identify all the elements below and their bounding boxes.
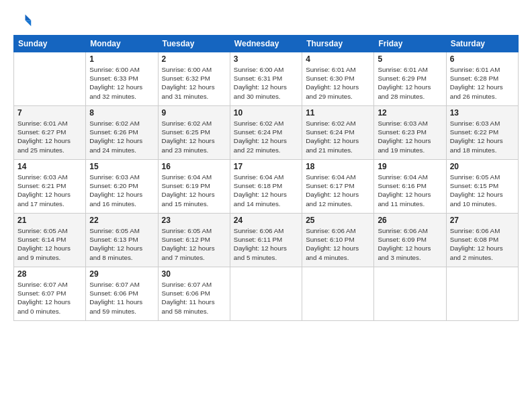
weekday-header-monday: Monday — [86, 36, 158, 52]
cell-info: Sunrise: 6:05 AM Sunset: 6:14 PM Dayligh… — [17, 226, 82, 262]
cell-day-number: 10 — [234, 108, 298, 118]
weekday-header-saturday: Saturday — [446, 36, 518, 52]
calendar-cell — [14, 52, 86, 106]
cell-info: Sunrise: 6:06 AM Sunset: 6:08 PM Dayligh… — [450, 226, 515, 262]
calendar-cell: 5Sunrise: 6:01 AM Sunset: 6:29 PM Daylig… — [374, 52, 446, 106]
week-row-4: 28Sunrise: 6:07 AM Sunset: 6:07 PM Dayli… — [14, 267, 519, 321]
week-row-3: 21Sunrise: 6:05 AM Sunset: 6:14 PM Dayli… — [14, 214, 519, 267]
weekday-header-friday: Friday — [374, 36, 446, 52]
calendar-cell: 9Sunrise: 6:02 AM Sunset: 6:25 PM Daylig… — [158, 106, 230, 160]
calendar-cell: 18Sunrise: 6:04 AM Sunset: 6:17 PM Dayli… — [302, 160, 374, 214]
cell-day-number: 5 — [378, 54, 442, 64]
cell-info: Sunrise: 6:06 AM Sunset: 6:10 PM Dayligh… — [306, 226, 370, 262]
cell-day-number: 29 — [89, 269, 154, 279]
cell-day-number: 27 — [450, 216, 515, 225]
svg-marker-1 — [26, 20, 32, 26]
cell-info: Sunrise: 6:06 AM Sunset: 6:11 PM Dayligh… — [234, 226, 298, 262]
cell-day-number: 23 — [162, 216, 226, 225]
logo-area — [13, 12, 35, 31]
cell-day-number: 12 — [378, 108, 442, 118]
calendar-cell: 29Sunrise: 6:07 AM Sunset: 6:06 PM Dayli… — [86, 267, 158, 321]
cell-day-number: 2 — [162, 54, 226, 64]
calendar-cell: 16Sunrise: 6:04 AM Sunset: 6:19 PM Dayli… — [158, 160, 230, 214]
calendar-cell: 20Sunrise: 6:05 AM Sunset: 6:15 PM Dayli… — [446, 160, 518, 214]
weekday-header-thursday: Thursday — [302, 36, 374, 52]
calendar-cell: 8Sunrise: 6:02 AM Sunset: 6:26 PM Daylig… — [86, 106, 158, 160]
cell-info: Sunrise: 6:05 AM Sunset: 6:12 PM Dayligh… — [162, 226, 226, 262]
cell-info: Sunrise: 6:04 AM Sunset: 6:16 PM Dayligh… — [378, 173, 442, 208]
week-row-1: 7Sunrise: 6:01 AM Sunset: 6:27 PM Daylig… — [14, 106, 519, 160]
cell-day-number: 25 — [306, 216, 370, 225]
calendar-cell: 4Sunrise: 6:01 AM Sunset: 6:30 PM Daylig… — [302, 52, 374, 106]
cell-info: Sunrise: 6:03 AM Sunset: 6:23 PM Dayligh… — [378, 119, 442, 154]
weekday-header-row: SundayMondayTuesdayWednesdayThursdayFrid… — [14, 36, 519, 52]
cell-info: Sunrise: 6:06 AM Sunset: 6:09 PM Dayligh… — [378, 226, 442, 262]
cell-day-number: 17 — [234, 162, 298, 171]
calendar-cell: 3Sunrise: 6:00 AM Sunset: 6:31 PM Daylig… — [230, 52, 302, 106]
weekday-header-wednesday: Wednesday — [230, 36, 302, 52]
calendar-cell: 14Sunrise: 6:03 AM Sunset: 6:21 PM Dayli… — [14, 160, 86, 214]
cell-day-number: 16 — [162, 162, 226, 171]
page: SundayMondayTuesdayWednesdayThursdayFrid… — [0, 0, 532, 411]
calendar-cell: 1Sunrise: 6:00 AM Sunset: 6:33 PM Daylig… — [86, 52, 158, 106]
cell-info: Sunrise: 6:02 AM Sunset: 6:24 PM Dayligh… — [234, 119, 298, 154]
cell-day-number: 18 — [306, 162, 370, 171]
calendar-cell: 26Sunrise: 6:06 AM Sunset: 6:09 PM Dayli… — [374, 214, 446, 267]
calendar-cell — [230, 267, 302, 321]
calendar-cell: 10Sunrise: 6:02 AM Sunset: 6:24 PM Dayli… — [230, 106, 302, 160]
cell-info: Sunrise: 6:02 AM Sunset: 6:25 PM Dayligh… — [162, 119, 226, 154]
logo-icon — [13, 12, 32, 31]
calendar-cell — [446, 267, 518, 321]
cell-info: Sunrise: 6:05 AM Sunset: 6:13 PM Dayligh… — [89, 226, 154, 262]
cell-info: Sunrise: 6:01 AM Sunset: 6:27 PM Dayligh… — [17, 119, 82, 154]
cell-day-number: 4 — [306, 54, 370, 64]
cell-day-number: 30 — [162, 269, 226, 279]
cell-info: Sunrise: 6:00 AM Sunset: 6:33 PM Dayligh… — [89, 65, 154, 101]
week-row-2: 14Sunrise: 6:03 AM Sunset: 6:21 PM Dayli… — [14, 160, 519, 214]
calendar-cell: 25Sunrise: 6:06 AM Sunset: 6:10 PM Dayli… — [302, 214, 374, 267]
calendar-cell: 17Sunrise: 6:04 AM Sunset: 6:18 PM Dayli… — [230, 160, 302, 214]
cell-info: Sunrise: 6:07 AM Sunset: 6:06 PM Dayligh… — [162, 280, 226, 316]
calendar-cell: 23Sunrise: 6:05 AM Sunset: 6:12 PM Dayli… — [158, 214, 230, 267]
calendar-cell: 6Sunrise: 6:01 AM Sunset: 6:28 PM Daylig… — [446, 52, 518, 106]
cell-day-number: 8 — [89, 108, 154, 118]
cell-info: Sunrise: 6:07 AM Sunset: 6:06 PM Dayligh… — [89, 280, 154, 316]
cell-info: Sunrise: 6:07 AM Sunset: 6:07 PM Dayligh… — [17, 280, 82, 316]
cell-info: Sunrise: 6:02 AM Sunset: 6:26 PM Dayligh… — [89, 119, 154, 154]
cell-info: Sunrise: 6:03 AM Sunset: 6:21 PM Dayligh… — [17, 173, 82, 208]
cell-day-number: 24 — [234, 216, 298, 225]
cell-day-number: 7 — [17, 108, 82, 118]
cell-day-number: 13 — [450, 108, 515, 118]
cell-day-number: 19 — [378, 162, 442, 171]
cell-day-number: 14 — [17, 162, 82, 171]
calendar-cell: 21Sunrise: 6:05 AM Sunset: 6:14 PM Dayli… — [14, 214, 86, 267]
cell-info: Sunrise: 6:04 AM Sunset: 6:18 PM Dayligh… — [234, 173, 298, 208]
cell-info: Sunrise: 6:00 AM Sunset: 6:31 PM Dayligh… — [234, 65, 298, 101]
cell-info: Sunrise: 6:04 AM Sunset: 6:17 PM Dayligh… — [306, 173, 370, 208]
calendar-cell: 19Sunrise: 6:04 AM Sunset: 6:16 PM Dayli… — [374, 160, 446, 214]
cell-info: Sunrise: 6:00 AM Sunset: 6:32 PM Dayligh… — [162, 65, 226, 101]
calendar-cell — [302, 267, 374, 321]
cell-day-number: 21 — [17, 216, 82, 225]
cell-day-number: 6 — [450, 54, 515, 64]
calendar-cell: 15Sunrise: 6:03 AM Sunset: 6:20 PM Dayli… — [86, 160, 158, 214]
calendar-cell: 11Sunrise: 6:02 AM Sunset: 6:24 PM Dayli… — [302, 106, 374, 160]
calendar-cell: 27Sunrise: 6:06 AM Sunset: 6:08 PM Dayli… — [446, 214, 518, 267]
cell-info: Sunrise: 6:01 AM Sunset: 6:30 PM Dayligh… — [306, 65, 370, 101]
cell-info: Sunrise: 6:01 AM Sunset: 6:28 PM Dayligh… — [450, 65, 515, 101]
calendar-cell: 7Sunrise: 6:01 AM Sunset: 6:27 PM Daylig… — [14, 106, 86, 160]
cell-info: Sunrise: 6:03 AM Sunset: 6:20 PM Dayligh… — [89, 173, 154, 208]
calendar-cell: 2Sunrise: 6:00 AM Sunset: 6:32 PM Daylig… — [158, 52, 230, 106]
cell-day-number: 9 — [162, 108, 226, 118]
cell-info: Sunrise: 6:03 AM Sunset: 6:22 PM Dayligh… — [450, 119, 515, 154]
cell-day-number: 26 — [378, 216, 442, 225]
svg-marker-0 — [26, 15, 32, 21]
calendar-cell: 28Sunrise: 6:07 AM Sunset: 6:07 PM Dayli… — [14, 267, 86, 321]
cell-day-number: 3 — [234, 54, 298, 64]
header — [13, 12, 519, 31]
cell-day-number: 22 — [89, 216, 154, 225]
weekday-header-tuesday: Tuesday — [158, 36, 230, 52]
calendar-table: SundayMondayTuesdayWednesdayThursdayFrid… — [13, 35, 519, 321]
calendar-cell: 12Sunrise: 6:03 AM Sunset: 6:23 PM Dayli… — [374, 106, 446, 160]
calendar-cell: 30Sunrise: 6:07 AM Sunset: 6:06 PM Dayli… — [158, 267, 230, 321]
